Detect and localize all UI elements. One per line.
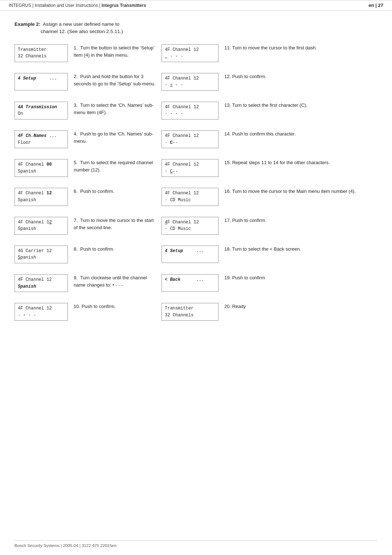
left-display-8: 4G Carrier 12 Spanish [15,244,71,266]
right-display-5: 4F Channel 12 · C-- [162,158,221,179]
right-instr-4: 14. Push to confirm this character. [221,129,377,139]
main-grid: Transmitter 32 Channels 1. Turn the butt… [15,43,377,323]
right-display-10: Transmitter 32 Channels [162,301,221,323]
right-instr-2: 12. Push to confirm. [221,72,377,82]
left-instr-4: 4. Push to go to the ‘Ch. Names’ sub-men… [71,129,162,146]
left-instr-3: 3. Turn to select the ‘Ch. Names’ sub-me… [71,100,162,118]
left-instr-9: 9. Turn clockwise until the channel name… [71,273,162,290]
right-display-3: 4F Channel 12 · - - - [162,100,221,122]
right-instr-6: 16. Turn to move the cursor to the Main … [221,186,377,197]
right-display-1: 4F Channel 12 _ - - - [162,43,221,64]
right-instr-5: 15. Repeat steps 11 to 14 for the other … [221,158,377,168]
left-display-6: 4F Channel 12 Spanish [15,186,71,208]
right-instr-7: 17. Push to confirm. [221,215,377,226]
right-instr-9: 19. Push to confirm [221,273,377,283]
left-instr-5: 5. Turn to select the required channel n… [71,158,162,175]
right-display-8: 4 Setup ... [162,244,221,265]
right-instr-1: 11. Turn to move the cursor to the first… [221,43,377,53]
page-footer: Bosch Security Systems | 2005-04 | 3122 … [15,540,377,548]
right-display-4: 4F Channel 12 · C-- [162,129,221,150]
right-display-2: 4F Channel 12 · = - - [162,72,221,93]
right-instr-8: 18. Turn to select the < Back screen. [221,244,377,254]
left-display-4: 4F Ch.Names ... Floor [15,129,71,150]
left-instr-1: 1. Turn the button to select the ‘Setup’… [71,43,162,60]
right-display-6: 4F Channel 12 · CD Music [162,186,221,208]
example-header: Example 2: Assign a new user defined nam… [15,21,377,36]
page-number: en | 27 [369,3,384,8]
right-instr-3: 13. Turn to select the first character (… [221,100,377,110]
left-instr-10: 10. Push to confirm. [71,301,162,312]
footer-text: Bosch Security Systems | 2005-04 | 3122 … [15,543,117,548]
left-instr-6: 6. Push to confirm. [71,186,162,197]
left-instr-8: 8. Push to confirm. [71,244,162,254]
left-display-2: 4 Setup ... [15,72,71,93]
left-display-7: 4F Channel 12 Spanish [15,215,71,237]
right-display-9: < Back ... [162,273,221,294]
left-display-3: 4A Transmission On [15,100,71,122]
left-instr-7: 7. Turn to move the cursor to the start … [71,215,162,233]
page-header: INTEGRUS | Installation and User Instruc… [0,0,392,11]
left-instr-2: 2. Push and hold the button for 3 second… [71,72,162,89]
right-display-7: 4F Channel 12 · CD Music [162,215,221,237]
left-display-9: 4F Channel 12 Spanish [15,273,71,294]
left-display-10: 4F Channel 12 · - - - [15,301,71,323]
right-instr-10: 20. Ready [221,301,377,312]
left-display-5: 4F Channel 00 Spanish [15,158,71,179]
left-display-1: Transmitter 32 Channels [15,43,71,64]
header-title: INTEGRUS | Installation and User Instruc… [9,3,146,8]
